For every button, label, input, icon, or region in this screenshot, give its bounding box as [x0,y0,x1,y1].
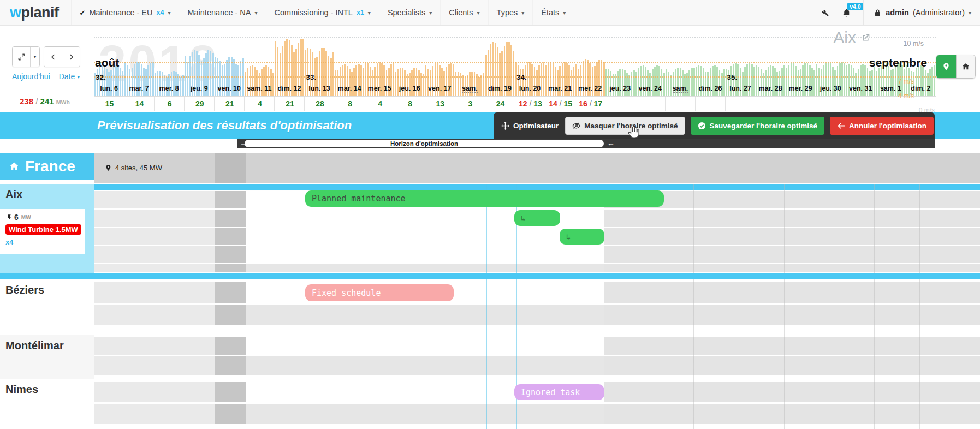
day-label: lun. 20 [515,85,545,96]
save-optimized-schedule-button[interactable]: Sauvegarder l'horaire optimisé [691,117,825,135]
day-availability: 12 / 13 [515,97,545,111]
country-label: France [25,158,75,175]
day-label: ven. 31 [846,85,876,96]
month-label-september: septembre [869,56,927,69]
task-bar-ignored-task[interactable]: Ignored task [514,384,604,400]
task-bar-subtask[interactable]: ↳ [560,229,604,245]
day-label: lun. 6 [94,85,124,96]
gantt-row [94,246,980,263]
nav-item-maintenance-na[interactable]: Maintenance - NA▾ [179,0,266,25]
energy-total: 241 [40,97,54,106]
sites-summary: 4 sites, 45 MW [105,153,162,183]
day-availability: 13 [425,97,455,111]
gantt-row [94,337,980,355]
task-bar-fixed-schedule[interactable]: Fixed schedule [305,284,454,301]
task-bar-subtask[interactable]: ↳ [514,210,560,226]
wind-chart: 2018 août septembre Aix 10 m/s 7 m/s 4 m… [94,25,936,112]
day-label: sam. [455,85,485,96]
view-toggle-group [936,55,976,79]
week-number: 32. [96,73,106,81]
day-availability: 24 [485,97,515,111]
sidebar-item-nimes[interactable]: Nîmes [0,379,94,429]
nav-item-label: Specialists [388,8,425,17]
app-logo[interactable]: wplanif [0,0,72,25]
gantt-row [94,228,980,245]
day-label: lun. 27 [725,85,755,96]
gantt-row [94,305,980,325]
day-availability: 14 / 15 [545,97,575,111]
day-availability [786,97,816,111]
site-name: Aix [0,184,94,201]
nav-item-commissioning-intl[interactable]: Commissioning - INTLx1▾ [266,0,379,25]
day-availability [756,97,786,111]
day-label: dim. 26 [695,85,725,96]
navbar-right: v4.0 admin (Administrator) ▾ [819,0,980,25]
week-number: 34. [516,73,527,81]
week-number: 33. [306,73,316,81]
nav-item-maintenance-eu[interactable]: ✔Maintenance - EUx4▾ [72,0,180,25]
turbine-type-badge[interactable]: Wind Turbine 1.5MW [5,224,81,235]
gantt-row [94,282,980,303]
day-label: dim. 2 [906,85,936,96]
chevron-left-icon [50,53,57,61]
date-link[interactable]: Date▾ [59,72,80,81]
arrow-left-icon [837,122,845,130]
prev-period-button[interactable] [44,47,62,67]
energy-summary: 238 / 241 MWh [20,97,70,106]
nav-item-specialists[interactable]: Specialists▾ [379,0,441,25]
optimizer-toolbar: Optimisateur Masquer l'horaire optimisé … [494,112,935,139]
sidebar-item-aix[interactable]: Aix 6 MW Wind Turbine 1.5MW x4 [0,184,94,273]
task-bar-planned-maintenance[interactable]: Planned maintenance [305,190,664,207]
chevron-down-icon: ▾ [168,10,170,16]
share-icon[interactable] [861,33,870,43]
lock-icon [874,9,882,17]
cancel-optimization-button[interactable]: Annuler l'optimisation [830,117,934,135]
station-title: Aix [833,28,870,47]
horizon-row: → Horizon d'optimisation ← [0,139,980,148]
chevron-down-icon: ▾ [254,10,257,16]
horizon-end-arrow-icon[interactable]: ← [607,139,615,148]
sidebar-item-montelimar[interactable]: Montélimar [0,335,94,379]
home-view-button[interactable] [956,55,975,78]
day-label: mar. 7 [124,85,154,96]
hide-optimized-schedule-button[interactable]: Masquer l'horaire optimisé [565,117,685,135]
next-period-button[interactable] [62,47,80,67]
horizon-range-pill[interactable]: Horizon d'optimisation [245,140,604,147]
gantt-sidebar: France Aix 6 MW Wind Turbine 1.5MW x4 Bé… [0,148,94,429]
day-label: sam. 11 [244,85,274,96]
map-pin-icon [105,164,112,171]
nav-item--tats[interactable]: États▾ [533,0,574,25]
chevron-down-icon: ▾ [521,10,524,16]
sidebar-item-beziers[interactable]: Béziers [0,279,94,335]
nav-item-label: États [541,8,559,17]
expand-range-button[interactable] [13,47,30,67]
nav-item-clients[interactable]: Clients▾ [441,0,488,25]
day-availability [816,97,846,111]
eye-slash-icon [572,122,580,130]
day-availability [876,97,906,111]
site-power: 6 MW [5,213,80,222]
current-wind-speed: 10 m/s [903,40,924,47]
nav-item-types[interactable]: Types▾ [489,0,533,25]
day-availability: 16 / 17 [575,97,605,111]
day-availability: 3 [455,97,485,111]
wrench-icon[interactable] [819,8,829,17]
energy-unit: MWh [56,99,70,105]
version-badge: v4.0 [847,3,863,10]
nav-item-label: Types [497,8,518,17]
today-link[interactable]: Aujourd'hui [12,72,50,81]
chevron-down-icon: ▾ [477,10,480,16]
day-availability: 14 [124,97,155,111]
gantt-row [94,404,980,424]
chevron-down-icon: ▾ [429,10,432,16]
zoom-dropdown-caret[interactable]: ▾ [30,47,39,67]
user-menu[interactable]: admin (Administrator) ▾ [863,0,971,25]
day-availability: 15 [94,97,124,111]
week-number: 35. [727,73,737,81]
map-view-button[interactable] [936,55,956,78]
notifications-bell-icon[interactable]: v4.0 [841,8,851,17]
sidebar-item-france[interactable]: France [0,153,94,180]
site-name: Nîmes [0,379,94,396]
day-label: sam. [665,85,695,96]
gantt-row [94,264,980,272]
